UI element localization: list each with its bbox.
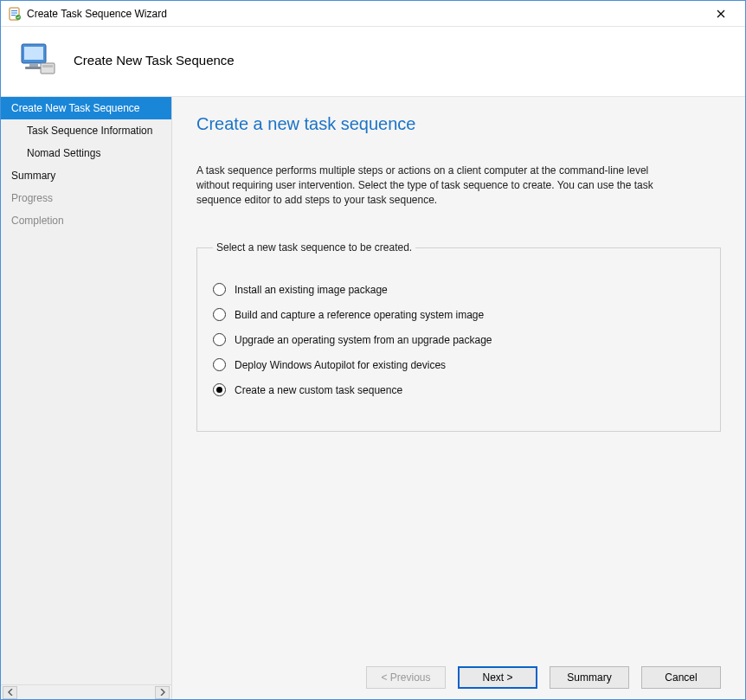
radio-icon [213,333,226,346]
sidebar-item[interactable]: Summary [1,164,171,187]
svg-rect-3 [11,15,16,16]
close-icon [717,10,725,18]
radio-label: Deploy Windows Autopilot for existing de… [235,359,446,371]
radio-label: Build and capture a reference operating … [235,309,484,321]
content-panel: Create a new task sequence A task sequen… [172,97,745,699]
scroll-right-arrow[interactable] [155,686,170,699]
header-band: Create New Task Sequence [1,27,745,97]
svg-rect-2 [11,12,17,13]
sidebar-item[interactable]: Nomad Settings [1,142,171,164]
radio-label: Install an existing image package [235,284,388,296]
radio-icon [213,308,226,321]
svg-rect-10 [42,65,53,67]
svg-rect-8 [25,67,42,69]
page-description: A task sequence performs multiple steps … [196,164,681,207]
radio-icon [213,283,226,296]
scroll-left-arrow[interactable] [3,686,17,699]
wizard-icon [8,7,22,21]
svg-rect-9 [41,63,55,74]
task-type-group: Select a new task sequence to be created… [196,241,721,432]
svg-rect-1 [11,10,17,11]
window-title: Create Task Sequence Wizard [27,8,704,20]
sidebar: Create New Task SequenceTask Sequence In… [1,97,172,699]
svg-rect-6 [24,47,43,60]
cancel-button[interactable]: Cancel [641,666,721,689]
titlebar: Create Task Sequence Wizard [1,1,745,27]
radio-option[interactable]: Create a new custom task sequence [213,383,704,396]
radio-option[interactable]: Deploy Windows Autopilot for existing de… [213,358,704,371]
sidebar-items: Create New Task SequenceTask Sequence In… [1,97,171,684]
computer-icon [16,39,58,80]
page-title: Create a new task sequence [196,114,721,134]
svg-rect-7 [29,63,38,67]
scroll-track[interactable] [18,686,154,699]
radio-label: Create a new custom task sequence [235,384,402,396]
close-button[interactable] [704,2,738,26]
main-area: Create New Task SequenceTask Sequence In… [1,97,745,699]
sidebar-item[interactable]: Create New Task Sequence [1,97,171,119]
footer-buttons: < Previous Next > Summary Cancel [196,658,721,689]
header-subtitle: Create New Task Sequence [74,53,235,67]
next-button[interactable]: Next > [458,666,537,689]
sidebar-item: Completion [1,209,171,232]
radio-option[interactable]: Install an existing image package [213,283,704,296]
radio-label: Upgrade an operating system from an upgr… [235,334,492,346]
group-legend: Select a new task sequence to be created… [213,241,415,254]
radio-icon [213,383,226,396]
radio-icon [213,358,226,371]
previous-button: < Previous [366,666,446,689]
radio-option[interactable]: Build and capture a reference operating … [213,308,704,321]
sidebar-item: Progress [1,187,171,209]
sidebar-item[interactable]: Task Sequence Information [1,119,171,142]
summary-button[interactable]: Summary [550,666,629,689]
radio-option[interactable]: Upgrade an operating system from an upgr… [213,333,704,346]
sidebar-scrollbar[interactable] [1,684,171,699]
